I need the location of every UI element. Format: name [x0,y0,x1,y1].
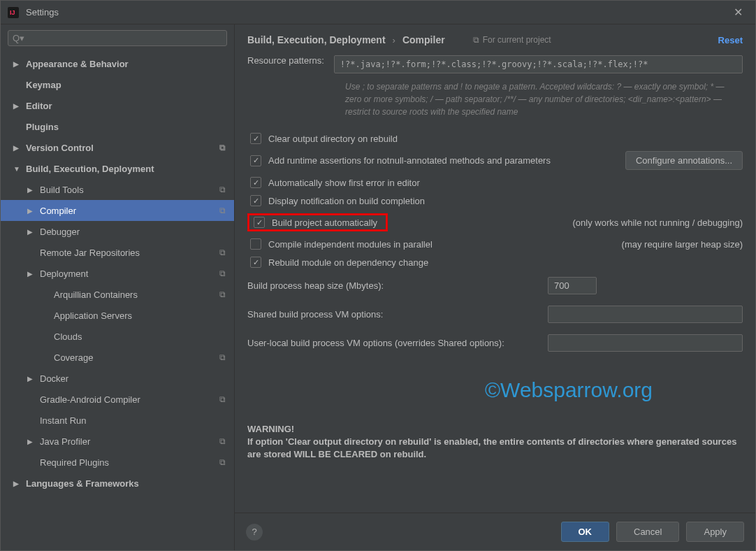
sidebar-item-appearance-behavior[interactable]: ▶Appearance & Behavior [1,53,234,74]
sidebar-item-label: Application Servers [54,310,234,321]
sidebar-item-clouds[interactable]: Clouds [1,326,234,347]
shared-vm-label: Shared build process VM options: [247,309,548,320]
sidebar-item-plugins[interactable]: Plugins [1,116,234,137]
sidebar-item-label: Java Profiler [40,436,219,447]
project-scope-icon: ⧉ [219,185,226,194]
reset-link[interactable]: Reset [718,35,743,45]
sidebar-item-build-execution-deployment[interactable]: ▼Build, Execution, Deployment [1,158,234,179]
svg-text:IJ: IJ [10,9,15,16]
rebuild-dep-label: Rebuild module on dependency change [268,257,428,268]
tree-arrow-icon: ▶ [13,144,23,152]
sidebar-item-remote-jar-repositories[interactable]: Remote Jar Repositories⧉ [1,242,234,263]
search-box[interactable]: Q▾ [8,30,227,46]
user-vm-input[interactable] [548,334,743,352]
settings-tree: ▶Appearance & BehaviorKeymap▶EditorPlugi… [1,52,234,550]
sidebar-item-label: Deployment [40,269,219,279]
heap-size-input[interactable] [548,277,597,294]
sidebar-item-label: Keymap [26,80,234,90]
heap-size-label: Build process heap size (Mbytes): [247,280,548,291]
sidebar-item-docker[interactable]: ▶Docker [1,368,234,389]
sidebar-item-keymap[interactable]: Keymap [1,74,234,95]
sidebar-item-arquillian-containers[interactable]: Arquillian Containers⧉ [1,284,234,305]
tree-arrow-icon: ▶ [27,186,37,194]
sidebar-item-instant-run[interactable]: Instant Run [1,410,234,431]
cancel-button[interactable]: Cancel [616,522,679,542]
clear-output-label: Clear output directory on rebuild [268,134,398,144]
sidebar-item-version-control[interactable]: ▶Version Control⧉ [1,137,234,158]
resource-patterns-input[interactable] [334,55,743,73]
sidebar-item-deployment[interactable]: ▶Deployment⧉ [1,263,234,284]
app-logo-icon: IJ [8,7,19,18]
close-icon[interactable]: ✕ [728,3,748,22]
tree-arrow-icon: ▶ [13,102,23,110]
sidebar-item-label: Arquillian Containers [54,289,219,300]
sidebar-item-gradle-android-compiler[interactable]: Gradle-Android Compiler⧉ [1,389,234,410]
help-icon[interactable]: ? [246,524,263,541]
notification-checkbox[interactable] [250,195,261,206]
titlebar: IJ Settings ✕ [1,1,755,24]
project-scope-icon: ⧉ [219,289,226,299]
user-vm-label: User-local build process VM options (ove… [247,338,548,348]
clear-output-checkbox[interactable] [250,133,261,144]
sidebar-item-label: Instant Run [40,415,234,426]
sidebar-item-application-servers[interactable]: Application Servers [1,305,234,326]
ok-button[interactable]: OK [561,522,610,542]
breadcrumb: Build, Execution, Deployment › Compiler … [235,24,755,55]
runtime-assertions-checkbox[interactable] [250,155,261,166]
content-area: Resource patterns: Use ; to separate pat… [235,55,755,513]
build-auto-checkbox[interactable] [254,217,265,228]
project-scope-icon: ⧉ [219,436,226,446]
parallel-checkbox[interactable] [250,238,261,250]
sidebar-item-label: Build Tools [40,185,219,195]
sidebar-item-build-tools[interactable]: ▶Build Tools⧉ [1,179,234,200]
tree-arrow-icon: ▼ [13,165,23,173]
sidebar-item-debugger[interactable]: ▶Debugger [1,221,234,242]
for-current-project-note: ⧉For current project [473,35,551,45]
search-input[interactable] [27,33,222,43]
watermark-text: ©Websparrow.org [485,378,743,402]
chevron-right-icon: › [393,35,395,45]
highlight-box: Build project automatically [247,213,388,231]
footer-bar: ? OK Cancel Apply [235,513,755,550]
sidebar-item-editor[interactable]: ▶Editor [1,95,234,116]
sidebar-item-label: Required Plugins [40,457,219,468]
tree-arrow-icon: ▶ [27,438,37,445]
tree-arrow-icon: ▶ [27,270,37,278]
tree-arrow-icon: ▶ [13,480,23,487]
sidebar-item-java-profiler[interactable]: ▶Java Profiler⧉ [1,431,234,452]
apply-button[interactable]: Apply [686,522,744,542]
sidebar-item-label: Remote Jar Repositories [40,248,219,258]
tree-arrow-icon: ▶ [13,60,23,68]
runtime-assertions-label: Add runtime assertions for notnull-annot… [268,155,551,166]
sidebar-item-label: Debugger [40,227,234,237]
sidebar-item-coverage[interactable]: Coverage⧉ [1,347,234,368]
search-icon: Q▾ [13,33,24,43]
sidebar-item-label: Version Control [26,143,219,153]
window-title: Settings [26,7,728,17]
first-error-label: Automatically show first error in editor [268,178,420,188]
warning-block: WARNING! If option 'Clear output directo… [247,423,743,461]
sidebar-item-compiler[interactable]: ▶Compiler⧉ [1,200,234,221]
first-error-checkbox[interactable] [250,177,261,188]
resource-patterns-label: Resource patterns: [247,55,324,66]
sidebar-item-label: Languages & Frameworks [26,478,234,489]
resource-patterns-hint: Use ; to separate patterns and ! to nega… [345,80,743,118]
sidebar-item-label: Editor [26,101,234,111]
sidebar-item-label: Compiler [40,206,219,216]
shared-vm-input[interactable] [548,306,743,323]
project-scope-icon: ⧉ [219,248,226,257]
sidebar-item-languages-frameworks[interactable]: ▶Languages & Frameworks [1,473,234,494]
project-scope-icon: ⧉ [219,206,226,215]
warning-text: If option 'Clear output directory on reb… [247,436,743,461]
sidebar-item-label: Appearance & Behavior [26,59,234,69]
build-auto-note: (only works while not running / debuggin… [572,217,743,228]
build-auto-label: Build project automatically [272,217,384,228]
breadcrumb-part1[interactable]: Build, Execution, Deployment [247,34,386,45]
parallel-note: (may require larger heap size) [622,239,743,250]
configure-annotations-button[interactable]: Configure annotations... [625,151,743,170]
rebuild-dep-checkbox[interactable] [250,257,261,268]
main-panel: Build, Execution, Deployment › Compiler … [235,24,755,550]
project-scope-icon: ⧉ [219,352,226,362]
sidebar-item-required-plugins[interactable]: Required Plugins⧉ [1,452,234,473]
breadcrumb-part2: Compiler [402,34,445,45]
